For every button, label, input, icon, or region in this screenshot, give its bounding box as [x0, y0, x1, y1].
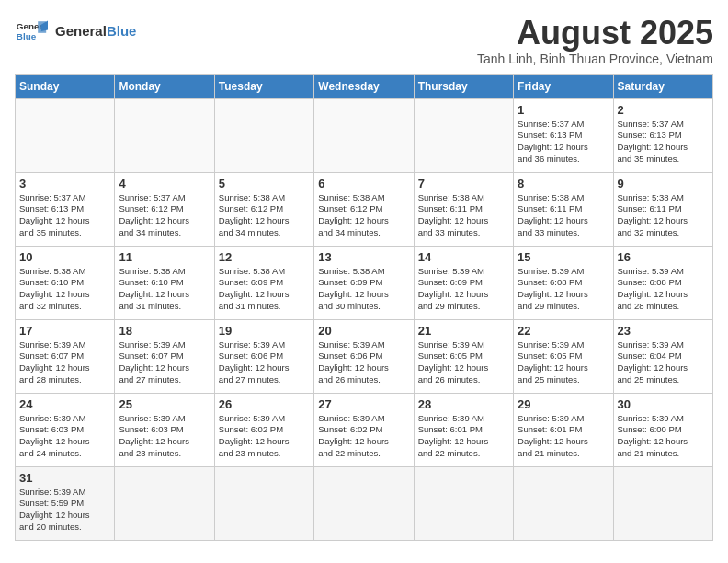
calendar-cell: 26Sunrise: 5:39 AM Sunset: 6:02 PM Dayli… — [214, 393, 313, 466]
day-info: Sunrise: 5:38 AM Sunset: 6:10 PM Dayligh… — [19, 266, 110, 313]
calendar-title: August 2025 — [477, 15, 713, 52]
calendar-cell: 21Sunrise: 5:39 AM Sunset: 6:05 PM Dayli… — [414, 319, 513, 393]
calendar-cell: 9Sunrise: 5:38 AM Sunset: 6:11 PM Daylig… — [613, 172, 712, 246]
logo-icon: General Blue — [15, 15, 48, 48]
calendar-cell — [314, 466, 414, 540]
calendar-week-row: 10Sunrise: 5:38 AM Sunset: 6:10 PM Dayli… — [16, 246, 713, 319]
day-number: 28 — [418, 397, 509, 411]
day-number: 21 — [418, 324, 509, 338]
day-number: 25 — [119, 397, 210, 411]
day-info: Sunrise: 5:39 AM Sunset: 6:09 PM Dayligh… — [418, 266, 509, 313]
day-number: 7 — [418, 177, 509, 190]
day-number: 6 — [318, 177, 409, 190]
day-number: 5 — [219, 177, 310, 190]
calendar-week-row: 31Sunrise: 5:39 AM Sunset: 5:59 PM Dayli… — [16, 466, 713, 540]
calendar-cell: 29Sunrise: 5:39 AM Sunset: 6:01 PM Dayli… — [514, 393, 613, 466]
calendar-cell: 23Sunrise: 5:39 AM Sunset: 6:04 PM Dayli… — [613, 319, 712, 393]
title-area: August 2025 Tanh Linh, Binh Thuan Provin… — [477, 15, 713, 66]
calendar-cell — [414, 98, 513, 172]
day-info: Sunrise: 5:38 AM Sunset: 6:11 PM Dayligh… — [618, 192, 709, 239]
calendar-cell: 1Sunrise: 5:37 AM Sunset: 6:13 PM Daylig… — [514, 98, 613, 172]
calendar-cell: 5Sunrise: 5:38 AM Sunset: 6:12 PM Daylig… — [214, 172, 313, 246]
day-number: 22 — [518, 324, 609, 338]
column-header-sunday: Sunday — [16, 74, 115, 98]
day-info: Sunrise: 5:39 AM Sunset: 6:03 PM Dayligh… — [19, 413, 110, 460]
day-number: 23 — [618, 324, 709, 338]
day-number: 2 — [618, 103, 709, 117]
day-number: 27 — [318, 397, 409, 411]
day-number: 18 — [119, 324, 210, 338]
calendar-cell: 6Sunrise: 5:38 AM Sunset: 6:12 PM Daylig… — [314, 172, 414, 246]
day-info: Sunrise: 5:37 AM Sunset: 6:13 PM Dayligh… — [19, 192, 110, 239]
column-header-wednesday: Wednesday — [314, 74, 414, 98]
calendar-week-row: 1Sunrise: 5:37 AM Sunset: 6:13 PM Daylig… — [16, 98, 713, 172]
calendar-cell: 16Sunrise: 5:39 AM Sunset: 6:08 PM Dayli… — [613, 246, 712, 319]
day-number: 15 — [518, 250, 609, 264]
day-info: Sunrise: 5:39 AM Sunset: 5:59 PM Dayligh… — [19, 487, 110, 534]
column-header-saturday: Saturday — [613, 74, 712, 98]
day-number: 13 — [318, 250, 409, 264]
day-info: Sunrise: 5:39 AM Sunset: 6:08 PM Dayligh… — [518, 266, 609, 313]
calendar-cell: 12Sunrise: 5:38 AM Sunset: 6:09 PM Dayli… — [214, 246, 313, 319]
calendar-cell — [16, 98, 115, 172]
day-number: 20 — [318, 324, 409, 338]
calendar-cell: 11Sunrise: 5:38 AM Sunset: 6:10 PM Dayli… — [115, 246, 214, 319]
calendar-cell: 4Sunrise: 5:37 AM Sunset: 6:12 PM Daylig… — [115, 172, 214, 246]
day-info: Sunrise: 5:39 AM Sunset: 6:02 PM Dayligh… — [318, 413, 409, 460]
day-info: Sunrise: 5:39 AM Sunset: 6:00 PM Dayligh… — [618, 413, 709, 460]
calendar-cell — [214, 98, 313, 172]
calendar-cell — [115, 466, 214, 540]
day-number: 11 — [119, 250, 210, 264]
day-info: Sunrise: 5:38 AM Sunset: 6:12 PM Dayligh… — [219, 192, 310, 239]
day-info: Sunrise: 5:37 AM Sunset: 6:12 PM Dayligh… — [119, 192, 210, 239]
calendar-week-row: 3Sunrise: 5:37 AM Sunset: 6:13 PM Daylig… — [16, 172, 713, 246]
calendar-cell: 24Sunrise: 5:39 AM Sunset: 6:03 PM Dayli… — [16, 393, 115, 466]
calendar-cell: 10Sunrise: 5:38 AM Sunset: 6:10 PM Dayli… — [16, 246, 115, 319]
calendar-cell: 14Sunrise: 5:39 AM Sunset: 6:09 PM Dayli… — [414, 246, 513, 319]
day-number: 26 — [219, 397, 310, 411]
day-info: Sunrise: 5:38 AM Sunset: 6:09 PM Dayligh… — [318, 266, 409, 313]
day-number: 19 — [219, 324, 310, 338]
day-info: Sunrise: 5:39 AM Sunset: 6:05 PM Dayligh… — [518, 339, 609, 386]
day-number: 12 — [219, 250, 310, 264]
calendar-cell: 22Sunrise: 5:39 AM Sunset: 6:05 PM Dayli… — [514, 319, 613, 393]
calendar-cell: 2Sunrise: 5:37 AM Sunset: 6:13 PM Daylig… — [613, 98, 712, 172]
day-info: Sunrise: 5:39 AM Sunset: 6:04 PM Dayligh… — [618, 339, 709, 386]
calendar-week-row: 24Sunrise: 5:39 AM Sunset: 6:03 PM Dayli… — [16, 393, 713, 466]
calendar-cell: 17Sunrise: 5:39 AM Sunset: 6:07 PM Dayli… — [16, 319, 115, 393]
calendar-subtitle: Tanh Linh, Binh Thuan Province, Vietnam — [477, 52, 713, 66]
calendar-cell: 30Sunrise: 5:39 AM Sunset: 6:00 PM Dayli… — [613, 393, 712, 466]
day-number: 9 — [618, 177, 709, 190]
day-info: Sunrise: 5:37 AM Sunset: 6:13 PM Dayligh… — [618, 119, 709, 166]
calendar-cell: 25Sunrise: 5:39 AM Sunset: 6:03 PM Dayli… — [115, 393, 214, 466]
day-info: Sunrise: 5:39 AM Sunset: 6:01 PM Dayligh… — [418, 413, 509, 460]
column-header-thursday: Thursday — [414, 74, 513, 98]
day-number: 16 — [618, 250, 709, 264]
day-number: 4 — [119, 177, 210, 190]
day-number: 3 — [19, 177, 110, 190]
calendar-cell: 31Sunrise: 5:39 AM Sunset: 5:59 PM Dayli… — [16, 466, 115, 540]
column-header-friday: Friday — [514, 74, 613, 98]
day-number: 1 — [518, 103, 609, 117]
logo-text: GeneralBlue — [55, 24, 136, 40]
calendar-cell — [115, 98, 214, 172]
day-number: 30 — [618, 397, 709, 411]
column-header-monday: Monday — [115, 74, 214, 98]
day-info: Sunrise: 5:39 AM Sunset: 6:07 PM Dayligh… — [119, 339, 210, 386]
day-info: Sunrise: 5:38 AM Sunset: 6:11 PM Dayligh… — [418, 192, 509, 239]
calendar-cell: 15Sunrise: 5:39 AM Sunset: 6:08 PM Dayli… — [514, 246, 613, 319]
column-header-tuesday: Tuesday — [214, 74, 313, 98]
day-info: Sunrise: 5:39 AM Sunset: 6:07 PM Dayligh… — [19, 339, 110, 386]
day-info: Sunrise: 5:39 AM Sunset: 6:01 PM Dayligh… — [518, 413, 609, 460]
calendar-cell — [414, 466, 513, 540]
day-info: Sunrise: 5:39 AM Sunset: 6:02 PM Dayligh… — [219, 413, 310, 460]
page-header: General Blue GeneralBlue August 2025 Tan… — [15, 15, 713, 66]
day-info: Sunrise: 5:39 AM Sunset: 6:03 PM Dayligh… — [119, 413, 210, 460]
day-number: 14 — [418, 250, 509, 264]
calendar-cell — [314, 98, 414, 172]
calendar-header-row: SundayMondayTuesdayWednesdayThursdayFrid… — [16, 74, 713, 98]
calendar-cell: 8Sunrise: 5:38 AM Sunset: 6:11 PM Daylig… — [514, 172, 613, 246]
day-number: 17 — [19, 324, 110, 338]
day-info: Sunrise: 5:38 AM Sunset: 6:10 PM Dayligh… — [119, 266, 210, 313]
day-info: Sunrise: 5:38 AM Sunset: 6:09 PM Dayligh… — [219, 266, 310, 313]
